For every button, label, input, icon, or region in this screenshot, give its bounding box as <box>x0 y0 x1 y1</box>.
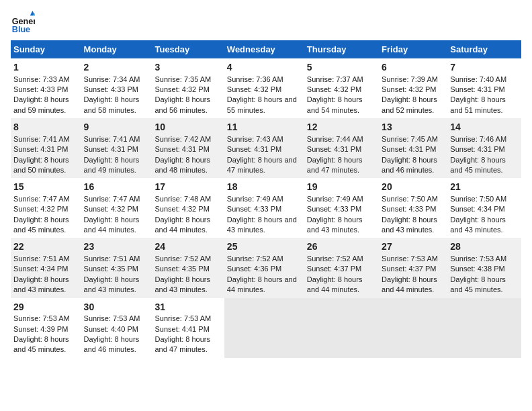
day-number: 4 <box>227 61 302 75</box>
day-header-tuesday: Tuesday <box>152 40 224 58</box>
sunrise-text: Sunrise: 7:52 AM <box>307 255 363 263</box>
daylight-text: Daylight: 8 hours and 46 minutes. <box>84 335 140 353</box>
day-cell: 31Sunrise: 7:53 AMSunset: 4:41 PMDayligh… <box>152 298 224 358</box>
day-number: 31 <box>154 301 221 314</box>
daylight-text: Daylight: 8 hours and 54 minutes. <box>307 95 363 113</box>
week-row-4: 22Sunrise: 7:51 AMSunset: 4:34 PMDayligh… <box>11 238 521 298</box>
sunrise-text: Sunrise: 7:40 AM <box>450 75 506 83</box>
day-number: 28 <box>450 240 519 254</box>
day-number: 10 <box>154 121 221 134</box>
day-cell: 27Sunrise: 7:53 AMSunset: 4:37 PMDayligh… <box>379 238 447 298</box>
day-number: 15 <box>13 181 79 194</box>
day-cell: 7Sunrise: 7:40 AMSunset: 4:31 PMDaylight… <box>447 58 521 118</box>
day-number: 2 <box>84 61 150 75</box>
sunset-text: Sunset: 4:37 PM <box>382 265 436 273</box>
sunrise-text: Sunrise: 7:37 AM <box>307 75 363 83</box>
sunrise-text: Sunrise: 7:41 AM <box>13 135 70 143</box>
sunset-text: Sunset: 4:33 PM <box>382 205 436 213</box>
day-header-wednesday: Wednesday <box>224 40 304 58</box>
day-cell: 6Sunrise: 7:39 AMSunset: 4:32 PMDaylight… <box>379 58 447 118</box>
day-number: 29 <box>13 301 79 314</box>
day-cell <box>224 298 304 358</box>
day-number: 22 <box>13 240 79 254</box>
day-cell: 13Sunrise: 7:45 AMSunset: 4:31 PMDayligh… <box>379 118 447 178</box>
daylight-text: Daylight: 8 hours and 59 minutes. <box>13 95 69 113</box>
day-cell: 10Sunrise: 7:42 AMSunset: 4:31 PMDayligh… <box>152 118 224 178</box>
sunset-text: Sunset: 4:41 PM <box>154 325 209 333</box>
daylight-text: Daylight: 8 hours and 44 minutes. <box>84 216 140 234</box>
day-number: 3 <box>154 61 221 75</box>
day-number: 17 <box>154 181 221 194</box>
week-row-3: 15Sunrise: 7:47 AMSunset: 4:32 PMDayligh… <box>11 178 521 238</box>
daylight-text: Daylight: 8 hours and 44 minutes. <box>382 275 437 293</box>
day-number: 21 <box>450 181 519 194</box>
day-number: 18 <box>227 181 302 194</box>
sunset-text: Sunset: 4:40 PM <box>84 325 138 333</box>
day-number: 9 <box>84 121 150 134</box>
sunset-text: Sunset: 4:31 PM <box>307 145 361 153</box>
daylight-text: Daylight: 8 hours and 45 minutes. <box>450 275 506 293</box>
daylight-text: Daylight: 8 hours and 44 minutes. <box>307 275 363 293</box>
sunset-text: Sunset: 4:32 PM <box>13 205 68 213</box>
day-number: 24 <box>154 240 221 254</box>
day-header-sunday: Sunday <box>11 40 81 58</box>
daylight-text: Daylight: 8 hours and 45 minutes. <box>13 216 69 234</box>
sunset-text: Sunset: 4:31 PM <box>450 145 504 153</box>
sunset-text: Sunset: 4:33 PM <box>227 205 281 213</box>
sunset-text: Sunset: 4:34 PM <box>450 205 504 213</box>
sunrise-text: Sunrise: 7:47 AM <box>13 195 70 203</box>
day-cell: 19Sunrise: 7:49 AMSunset: 4:33 PMDayligh… <box>304 178 379 238</box>
daylight-text: Daylight: 8 hours and 44 minutes. <box>227 275 297 293</box>
sunrise-text: Sunrise: 7:52 AM <box>227 255 283 263</box>
daylight-text: Daylight: 8 hours and 43 minutes. <box>450 216 506 234</box>
daylight-text: Daylight: 8 hours and 51 minutes. <box>450 95 506 113</box>
day-cell: 5Sunrise: 7:37 AMSunset: 4:32 PMDaylight… <box>304 58 379 118</box>
daylight-text: Daylight: 8 hours and 43 minutes. <box>382 216 437 234</box>
sunset-text: Sunset: 4:32 PM <box>382 85 436 93</box>
day-number: 7 <box>450 61 519 75</box>
sunrise-text: Sunrise: 7:46 AM <box>450 135 506 143</box>
sunrise-text: Sunrise: 7:33 AM <box>13 75 70 83</box>
sunrise-text: Sunrise: 7:53 AM <box>382 255 438 263</box>
sunrise-text: Sunrise: 7:42 AM <box>154 135 211 143</box>
sunrise-text: Sunrise: 7:41 AM <box>84 135 140 143</box>
sunrise-text: Sunrise: 7:43 AM <box>227 135 283 143</box>
daylight-text: Daylight: 8 hours and 47 minutes. <box>154 335 210 353</box>
daylight-text: Daylight: 8 hours and 43 minutes. <box>307 216 363 234</box>
day-cell: 18Sunrise: 7:49 AMSunset: 4:33 PMDayligh… <box>224 178 304 238</box>
day-number: 25 <box>227 240 302 254</box>
day-number: 13 <box>382 121 445 134</box>
sunset-text: Sunset: 4:31 PM <box>84 145 138 153</box>
day-cell: 28Sunrise: 7:53 AMSunset: 4:38 PMDayligh… <box>447 238 521 298</box>
sunrise-text: Sunrise: 7:47 AM <box>84 195 140 203</box>
sunrise-text: Sunrise: 7:53 AM <box>84 314 140 322</box>
day-cell: 25Sunrise: 7:52 AMSunset: 4:36 PMDayligh… <box>224 238 304 298</box>
sunrise-text: Sunrise: 7:53 AM <box>13 314 70 322</box>
sunset-text: Sunset: 4:33 PM <box>307 205 361 213</box>
day-cell: 11Sunrise: 7:43 AMSunset: 4:31 PMDayligh… <box>224 118 304 178</box>
day-number: 26 <box>307 240 376 254</box>
day-header-saturday: Saturday <box>447 40 521 58</box>
day-number: 23 <box>84 240 150 254</box>
day-cell: 26Sunrise: 7:52 AMSunset: 4:37 PMDayligh… <box>304 238 379 298</box>
sunset-text: Sunset: 4:34 PM <box>13 265 68 273</box>
svg-text:Blue: Blue <box>12 25 30 34</box>
day-cell: 24Sunrise: 7:52 AMSunset: 4:35 PMDayligh… <box>152 238 224 298</box>
day-number: 20 <box>382 181 445 194</box>
day-cell: 16Sunrise: 7:47 AMSunset: 4:32 PMDayligh… <box>81 178 152 238</box>
daylight-text: Daylight: 8 hours and 43 minutes. <box>13 275 69 293</box>
calendar-table: SundayMondayTuesdayWednesdayThursdayFrid… <box>11 40 521 358</box>
day-cell: 14Sunrise: 7:46 AMSunset: 4:31 PMDayligh… <box>447 118 521 178</box>
day-number: 1 <box>13 61 79 75</box>
day-cell: 4Sunrise: 7:36 AMSunset: 4:32 PMDaylight… <box>224 58 304 118</box>
sunrise-text: Sunrise: 7:35 AM <box>154 75 211 83</box>
sunrise-text: Sunrise: 7:36 AM <box>227 75 283 83</box>
week-row-1: 1Sunrise: 7:33 AMSunset: 4:33 PMDaylight… <box>11 58 521 118</box>
daylight-text: Daylight: 8 hours and 49 minutes. <box>84 156 140 174</box>
day-number: 11 <box>227 121 302 134</box>
sunset-text: Sunset: 4:32 PM <box>307 85 361 93</box>
day-number: 12 <box>307 121 376 134</box>
daylight-text: Daylight: 8 hours and 45 minutes. <box>450 156 506 174</box>
sunrise-text: Sunrise: 7:49 AM <box>307 195 363 203</box>
logo-icon: General Blue <box>11 11 35 35</box>
